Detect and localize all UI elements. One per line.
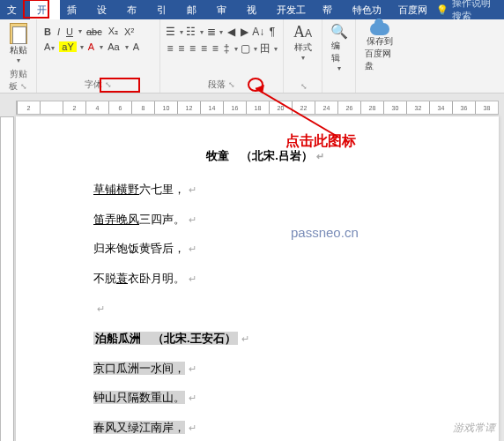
ruler-tick: 4 [85,101,108,114]
paste-icon [10,23,27,44]
ruler-tick: 2 [17,101,40,114]
ruler-tick: 24 [315,101,337,114]
menu-review[interactable]: 审阅 [210,0,240,19]
vertical-ruler[interactable] [0,116,14,441]
ruler-tick: 14 [200,101,223,114]
poem2-title: 泊船瓜洲 （北宋.王安石）↵ [93,324,437,354]
align-left-button[interactable]: ≡ [166,41,174,56]
poem1-line4: 不脱蓑衣卧月明。↵ [93,264,437,294]
horizontal-ruler[interactable]: 2 2 4 6 8 10 12 14 16 18 20 22 24 26 28 … [16,101,499,115]
blank-line: ↵ [93,294,437,324]
shading-button[interactable]: ▢ [241,41,250,56]
poem1-line2: 笛弄晚风三四声。↵ [93,205,437,235]
ruler-tick: 2 [63,101,85,114]
ruler-area: 2 2 4 6 8 10 12 14 16 18 20 22 24 26 28 … [0,93,504,116]
texteffect-button[interactable]: A▾ [42,41,56,53]
poem1-line1: 草铺横野六七里，↵ [93,175,437,205]
indent-button[interactable]: ▶ [239,25,249,39]
justify-button[interactable]: ≡ [199,41,208,56]
paste-button[interactable]: 粘贴▾ [5,21,31,66]
multilevel-button[interactable]: ≣ [206,25,217,39]
menu-home[interactable]: 开始 [30,0,60,19]
menu-baidu[interactable]: 百度网盘 [391,0,437,19]
menu-help[interactable]: 帮助 [315,0,345,19]
italic-button[interactable]: I [56,26,62,38]
highlight-button[interactable]: aY [59,41,76,52]
editing-label: 编辑 [331,40,346,64]
ribbon-font: B I U▾ abc X₂ X² A▾ aY▾ A▾ Aa▾ A 字体⤡ [37,19,160,93]
ribbon-styles: AA 样式▾ ⤡ [284,19,322,93]
styles-icon: AA [293,23,312,41]
menu-layout[interactable]: 布局 [120,0,150,19]
cloud-icon [370,23,389,35]
poem2-line2: 钟山只隔数重山。↵ [93,383,437,413]
poem2-line3: 春风又绿江南岸，↵ [93,413,437,441]
document-page[interactable]: 牧童 （北宋.吕岩）↵ 草铺横野六七里，↵ 笛弄晚风三四声。↵ 归来饱饭黄昏后，… [16,116,499,441]
ruler-tick: 26 [337,101,360,114]
subscript-button[interactable]: X₂ [107,25,120,38]
ruler-tick: 36 [452,101,475,114]
editing-button[interactable]: 🔍 编辑▾ [328,21,350,74]
ribbon: 粘贴▾ 剪贴板⤡ B I U▾ abc X₂ X² A▾ aY▾ A▾ Aa▾ … [0,19,504,93]
watermark-corner: 游戏常谭 [453,421,495,436]
poem1-line3: 归来饱饭黄昏后，↵ [93,234,437,264]
ruler-tick: 34 [429,101,452,114]
poem2-line1: 京口瓜洲一水间，↵ [93,354,437,384]
poem1-title: 牧童 （北宋.吕岩）↵ [93,141,437,171]
menu-features[interactable]: 特色功能 [345,0,391,19]
para-group-label: 段落⤡ [166,77,278,93]
ruler-tick: 10 [154,101,177,114]
fontcolor-button[interactable]: A [86,41,96,53]
align-right-button[interactable]: ≡ [189,41,197,56]
menu-references[interactable]: 引用 [150,0,180,19]
ruler-tick: 20 [269,101,292,114]
clipboard-label: 剪贴板⤡ [5,66,31,94]
ribbon-save-cloud: 保存到 百度网盘 [356,19,404,93]
styles-button[interactable]: AA 样式▾ [289,21,316,64]
ruler-tick: 6 [108,101,131,114]
menu-mailings[interactable]: 邮件 [180,0,210,19]
charborder-button[interactable]: A [131,41,141,53]
font-launcher-icon[interactable]: ⤡ [105,80,112,89]
marks-button[interactable]: ¶ [267,25,278,39]
changecase-button[interactable]: Aa [106,41,121,53]
save-cloud-button[interactable]: 保存到 百度网盘 [361,21,398,74]
ruler-tick: 18 [246,101,269,114]
menu-file[interactable]: 文件 [0,0,30,19]
save-label1: 保存到 [367,35,393,48]
styles-footer: ⤡ [289,79,316,93]
ribbon-clipboard: 粘贴▾ 剪贴板⤡ [0,19,37,93]
ribbon-paragraph: ☰▾ ☷▾ ≣▾ ◀ ▶ A↓ ¶ ≡ ≡ ≡ ≡ ≡ ‡▾ ▢▾ 田▾ 段落⤡ [160,19,284,93]
numbering-button[interactable]: ☷ [186,25,196,39]
sort-button[interactable]: A↓ [252,25,264,39]
bulb-icon: 💡 [436,4,448,16]
menu-view[interactable]: 视图 [240,0,270,19]
superscript-button[interactable]: X² [122,26,136,38]
ruler-tick: 8 [131,101,154,114]
bullets-button[interactable]: ☰ [166,25,176,39]
ruler-tick: 12 [177,101,200,114]
dedent-button[interactable]: ◀ [226,25,236,39]
ruler-tick [40,101,63,114]
align-center-button[interactable]: ≡ [177,41,186,56]
font-group-label: 字体⤡ [42,77,154,93]
underline-button[interactable]: U [64,26,75,38]
save-label2: 百度网盘 [365,48,395,72]
bold-button[interactable]: B [42,26,53,38]
document-area: 牧童 （北宋.吕岩）↵ 草铺横野六七里，↵ 笛弄晚风三四声。↵ 归来饱饭黄昏后，… [0,116,504,441]
menu-insert[interactable]: 插入 [60,0,90,19]
ribbon-editing: 🔍 编辑▾ [322,19,356,93]
para-launcher-icon[interactable]: ⤡ [228,80,235,89]
strike-button[interactable]: abc [85,26,104,38]
menu-design[interactable]: 设计 [90,0,120,19]
distribute-button[interactable]: ≡ [211,41,219,56]
ruler-tick: 38 [475,101,498,114]
find-icon: 🔍 [330,23,348,40]
menu-devtools[interactable]: 开发工具 [270,0,315,19]
styles-label: 样式 [294,41,312,54]
border-button[interactable]: 田 [260,41,271,56]
menu-bar: 文件 开始 插入 设计 布局 引用 邮件 审阅 视图 开发工具 帮助 特色功能 … [0,0,504,19]
spacing-button[interactable]: ‡ [222,41,231,56]
ruler-tick: 22 [292,101,315,114]
clipboard-launcher-icon[interactable]: ⤡ [20,82,27,91]
